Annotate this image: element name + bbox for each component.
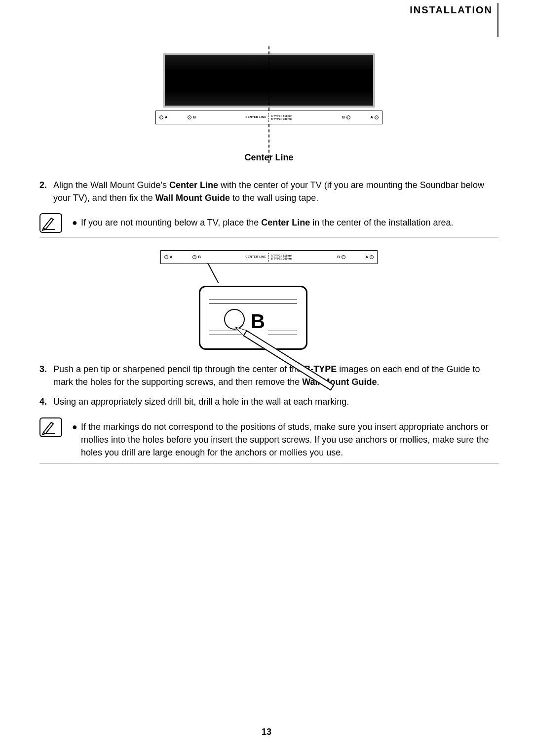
step-text: . bbox=[377, 377, 380, 387]
hole-marker bbox=[192, 255, 196, 259]
figure-pencil-mark: A B CENTER LINE A TYPE : 616mm B TYPE : … bbox=[155, 250, 382, 350]
step-text: Using an appropriately sized drill bit, … bbox=[53, 395, 498, 408]
callout-line bbox=[207, 263, 219, 284]
page-number: 13 bbox=[0, 725, 533, 738]
separator bbox=[39, 237, 498, 237]
step-2: 2. Align the Wall Mount Guide's Center L… bbox=[39, 179, 498, 204]
note-icon bbox=[39, 417, 62, 437]
step-text: Push a pen tip or sharpened pencil tip t… bbox=[53, 364, 304, 374]
hole-marker bbox=[164, 255, 168, 259]
hole-marker bbox=[188, 115, 191, 119]
bullet-dot: ● bbox=[72, 216, 81, 229]
center-line-dashed bbox=[268, 46, 269, 111]
guide-label-b: B bbox=[193, 115, 195, 120]
step-bold: Wall Mount Guide bbox=[155, 193, 230, 203]
guide-type-b: B TYPE : 360mm bbox=[271, 257, 293, 260]
callout-box: B bbox=[199, 286, 307, 350]
hole-marker bbox=[159, 115, 163, 119]
step-bold: Center Line bbox=[169, 180, 218, 190]
step-number: 2. bbox=[39, 179, 53, 204]
hole-marker bbox=[370, 255, 374, 259]
step-number: 4. bbox=[39, 395, 53, 408]
separator bbox=[39, 463, 498, 463]
note-text: If the markings do not correspond to the… bbox=[81, 420, 498, 459]
note-bold: Center Line bbox=[261, 218, 310, 227]
figure-tv-alignment: A B CENTER LINE A TYPE : 616mm B TYPE : … bbox=[155, 53, 382, 124]
wall-mount-guide-strip: A B CENTER LINE A TYPE : 616mm B TYPE : … bbox=[160, 250, 378, 264]
guide-label-b: B bbox=[198, 255, 200, 260]
step-3: 3. Push a pen tip or sharpened pencil ti… bbox=[39, 363, 498, 388]
step-text: Align the Wall Mount Guide's bbox=[53, 180, 169, 190]
guide-label-b: B bbox=[337, 255, 340, 260]
guide-label-a: A bbox=[165, 115, 167, 120]
hole-marker bbox=[346, 115, 350, 119]
guide-label-b: B bbox=[342, 115, 344, 120]
guide-label-a: A bbox=[366, 255, 368, 260]
guide-center-label: CENTER LINE bbox=[246, 255, 266, 259]
guide-center-label: CENTER LINE bbox=[246, 115, 266, 119]
step-text: to the wall using tape. bbox=[230, 193, 318, 203]
guide-label-a: A bbox=[371, 115, 373, 120]
step-number: 3. bbox=[39, 363, 53, 388]
guide-label-a: A bbox=[170, 255, 172, 260]
bullet-dot: ● bbox=[72, 420, 81, 459]
center-line-dashed bbox=[268, 124, 269, 163]
note-text: in the center of the installation area. bbox=[310, 218, 453, 227]
note-icon bbox=[39, 213, 62, 233]
section-title: INSTALLATION bbox=[410, 3, 498, 37]
hole-marker bbox=[342, 255, 345, 259]
note-block: ● If you are not mounting below a TV, pl… bbox=[39, 213, 498, 233]
note-block: ● If the markings do not correspond to t… bbox=[39, 417, 498, 459]
wall-mount-guide-strip: A B CENTER LINE A TYPE : 616mm B TYPE : … bbox=[155, 111, 382, 124]
hole-marker bbox=[375, 115, 379, 119]
guide-type-b: B TYPE : 360mm bbox=[271, 117, 293, 120]
note-text: If you are not mounting below a TV, plac… bbox=[81, 218, 261, 227]
step-4: 4. Using an appropriately sized drill bi… bbox=[39, 395, 498, 408]
